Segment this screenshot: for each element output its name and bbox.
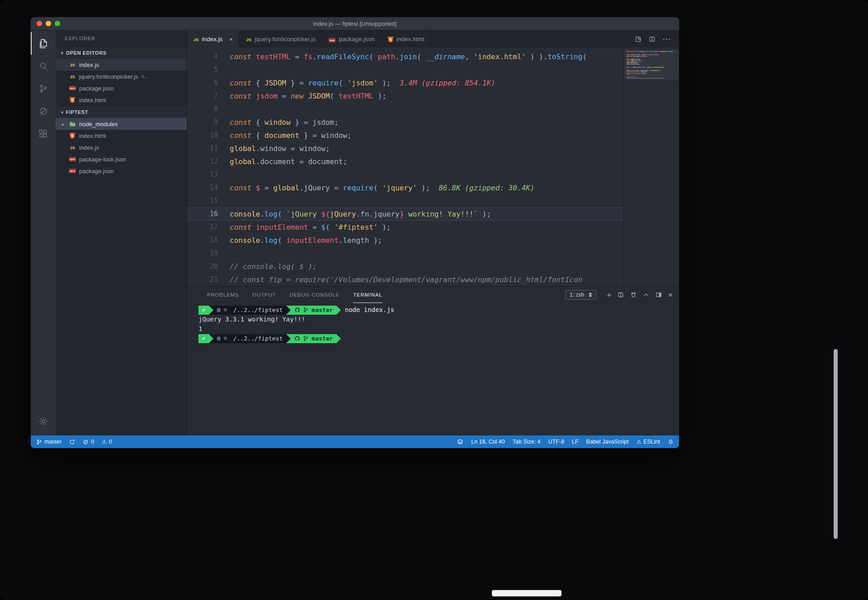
status-language-mode[interactable]: Babel JavaScript [586, 439, 629, 445]
code-line-6[interactable]: 6const { JSDOM } = require( 'jsdom' ); 3… [187, 76, 623, 90]
code-line-12[interactable]: 12global.document = document; [187, 155, 623, 168]
maximize-panel-icon[interactable] [643, 292, 649, 298]
source-control-icon[interactable] [31, 77, 56, 100]
list-item-package-json[interactable]: npmpackage.json [56, 82, 187, 94]
status-bar: master0⚠0 Ln 16, Col 40Tab Size: 4UTF-8L… [31, 435, 679, 448]
status-encoding[interactable]: UTF-8 [548, 439, 564, 445]
status-feedback[interactable] [457, 439, 463, 445]
panel-tab-terminal[interactable]: TERMINAL [353, 287, 382, 303]
kill-terminal-icon[interactable] [630, 292, 637, 298]
line-number: 20 [187, 260, 230, 273]
code-text: console.log( inputElement.length ); [230, 234, 382, 247]
terminal-output-line: jQuery 3.3.1 working! Yay!!! [198, 315, 679, 324]
code-line-8[interactable]: 8 [187, 103, 623, 116]
panel-tab-debug-console[interactable]: DEBUG CONSOLE [289, 287, 340, 303]
code-line-19[interactable]: 19 [187, 247, 623, 260]
code-line-16[interactable]: 16console.log( `jQuery ${jQuery.fn.jquer… [187, 208, 623, 221]
status-errors[interactable]: 0 [83, 439, 94, 445]
git-branch-icon [303, 335, 309, 341]
more-actions-icon[interactable]: ··· [663, 35, 671, 43]
workbench: EXPLORER ▾OPEN EDITORSJSindex.jsJSjquery… [31, 30, 679, 435]
code-line-10[interactable]: 10const { document } = window; [187, 129, 623, 142]
tab-index-js[interactable]: JSindex.js× [187, 30, 240, 47]
code-line-4[interactable]: 4const testHTML = fs.readFileSync( path.… [187, 50, 623, 63]
split-terminal-icon[interactable] [618, 292, 624, 298]
code-line-21[interactable]: 21// const fip = require('/Volumes/Devel… [187, 273, 623, 286]
list-item-jquery-fonticonpicker-js[interactable]: JSjquery.fonticonpicker.jsn… [56, 71, 187, 82]
section-header-open-editors[interactable]: ▾OPEN EDITORS [56, 47, 187, 59]
panel-tab-output[interactable]: OUTPUT [252, 287, 276, 303]
npm-file-icon: npm [68, 86, 77, 90]
terminal-output-line: 1 [198, 324, 679, 334]
panel-tab-problems[interactable]: PROBLEMS [207, 287, 239, 303]
list-item-index-html[interactable]: 5index.html [56, 130, 187, 142]
titlebar[interactable]: index.js — fiptest [Unsupported] [31, 17, 679, 30]
debug-icon[interactable] [31, 100, 56, 123]
select-arrows-icon [589, 293, 592, 297]
minimize-window-button[interactable] [46, 21, 51, 26]
code-line-20[interactable]: 20// console.log( $ ); [187, 260, 623, 273]
status-notifications[interactable] [668, 439, 674, 445]
list-item-node-modules[interactable]: ▸node_modules [56, 118, 187, 130]
panel-position-icon[interactable] [656, 292, 662, 298]
search-icon[interactable] [31, 55, 56, 77]
code-line-11[interactable]: 11global.window = window; [187, 142, 623, 155]
tab-index-html[interactable]: 5index.html [382, 30, 431, 47]
status-eol[interactable]: LF [572, 439, 579, 445]
code-line-15[interactable]: 15 [187, 194, 623, 208]
terminal-prompt-line: ✔▤ ⊙ /..2../fiptestmaster [198, 334, 679, 343]
code-line-14[interactable]: 14const $ = global.jQuery = require( 'jq… [187, 181, 623, 194]
explorer-icon[interactable] [31, 32, 56, 55]
extensions-icon[interactable] [31, 123, 56, 145]
code-text: // console.log( $ ); [230, 260, 317, 273]
code-text: const $ = global.jQuery = require( 'jque… [230, 181, 534, 194]
list-item-package-json[interactable]: npmpackage.json [56, 165, 187, 177]
code-line-5[interactable]: 5 [187, 63, 623, 76]
terminal-output[interactable]: ✔▤ ⊙ /..2../fiptestmaster node index.jsj… [187, 303, 679, 435]
status-branch[interactable]: master [36, 439, 61, 445]
folder-file-icon [68, 121, 77, 127]
terminal-select[interactable]: 1: zsh [565, 290, 597, 300]
list-item-index-html[interactable]: 5index.html [56, 94, 187, 106]
code-text: const jsdom = new JSDOM( testHTML ); [230, 90, 387, 103]
close-window-button[interactable] [37, 21, 42, 26]
line-number: 11 [187, 142, 230, 155]
new-terminal-icon[interactable]: + [607, 291, 611, 299]
editor[interactable]: 4const testHTML = fs.readFileSync( path.… [187, 47, 679, 287]
status-warnings[interactable]: ⚠0 [102, 439, 112, 445]
close-panel-icon[interactable]: × [668, 291, 673, 299]
powerline-separator [336, 334, 341, 343]
status-sync[interactable] [69, 439, 75, 445]
minimap[interactable] [623, 47, 679, 286]
code-line-9[interactable]: 9const { window } = jsdom; [187, 116, 623, 129]
code-line-18[interactable]: 18console.log( inputElement.length ); [187, 234, 623, 247]
section-header-fiptest[interactable]: ▾FIPTEST [56, 106, 187, 118]
list-item-index-js[interactable]: JSindex.js [56, 59, 187, 71]
list-item-package-lock-json[interactable]: npmpackage-lock.json [56, 153, 187, 165]
code-area[interactable]: 4const testHTML = fs.readFileSync( path.… [187, 47, 623, 286]
code-line-17[interactable]: 17const inputElement = $( '#fiptest' ); [187, 221, 623, 234]
file-name: index.html [79, 97, 106, 104]
status-cursor-position[interactable]: Ln 16, Col 40 [471, 439, 505, 445]
status-tab-size[interactable]: Tab Size: 4 [513, 439, 541, 445]
settings-icon[interactable] [31, 410, 56, 433]
tab-jquery-fonticonpicker-js[interactable]: JSjquery.fonticonpicker.js [240, 30, 322, 47]
code-text: const testHTML = fs.readFileSync( path.j… [230, 50, 587, 63]
panel-tabs: PROBLEMSOUTPUTDEBUG CONSOLETERMINAL [207, 287, 382, 303]
code-line-13[interactable]: 13 [187, 168, 623, 181]
file-name: index.js [79, 61, 99, 68]
status-label: Tab Size: 4 [513, 439, 541, 445]
line-number: 13 [187, 168, 230, 181]
split-editor-icon[interactable] [649, 36, 656, 43]
code-line-7[interactable]: 7const jsdom = new JSDOM( testHTML ); [187, 90, 623, 103]
tab-package-json[interactable]: npmpackage.json [322, 30, 382, 47]
terminal-select-label: 1: zsh [570, 292, 584, 298]
list-item-index-js[interactable]: JSindex.js [56, 142, 187, 153]
open-preview-icon[interactable] [635, 36, 642, 43]
close-tab-icon[interactable]: × [229, 35, 233, 43]
js-file-icon: JS [246, 36, 251, 43]
status-eslint[interactable]: ⚠ESLint [636, 439, 660, 445]
zoom-window-button[interactable] [55, 21, 60, 26]
prompt-path: /..2../fiptest [230, 334, 283, 343]
js-file-icon: JS [68, 62, 77, 67]
